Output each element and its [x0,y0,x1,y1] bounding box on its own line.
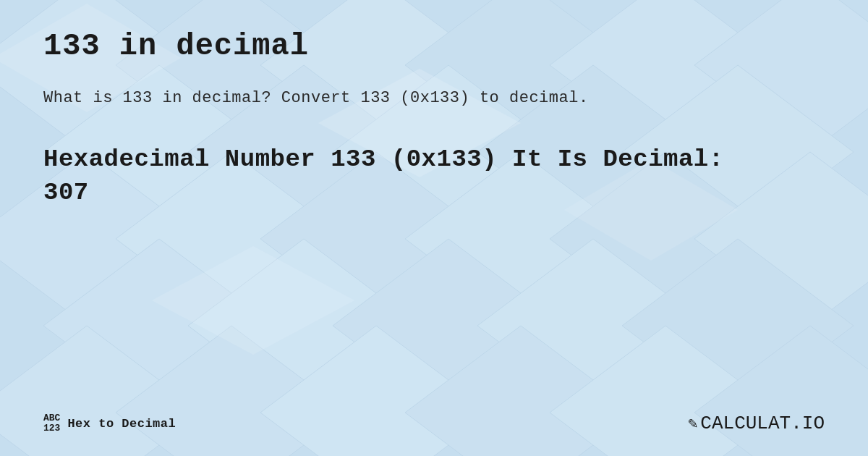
footer: ABC 123 Hex to Decimal ✎ CALCULAT.IO [43,398,825,434]
description-text: What is 133 in decimal? Convert 133 (0x1… [43,89,825,107]
result-line1: Hexadecimal Number 133 (0x133) It Is Dec… [43,145,724,173]
logo-text: CALCULAT.IO [700,413,825,434]
result-line2: 307 [43,179,89,206]
num-label: 123 [43,423,60,434]
calculat-logo: ✎ CALCULAT.IO [688,413,825,434]
footer-left: ABC 123 Hex to Decimal [43,413,176,434]
brand-label: Hex to Decimal [67,417,176,431]
logo-icon: ✎ [688,414,697,434]
abc-label: ABC [43,413,60,423]
page-title: 133 in decimal [43,29,825,64]
abc-123-icon: ABC 123 [43,413,60,434]
result-heading: Hexadecimal Number 133 (0x133) It Is Dec… [43,143,825,210]
main-content: 133 in decimal What is 133 in decimal? C… [0,0,868,456]
